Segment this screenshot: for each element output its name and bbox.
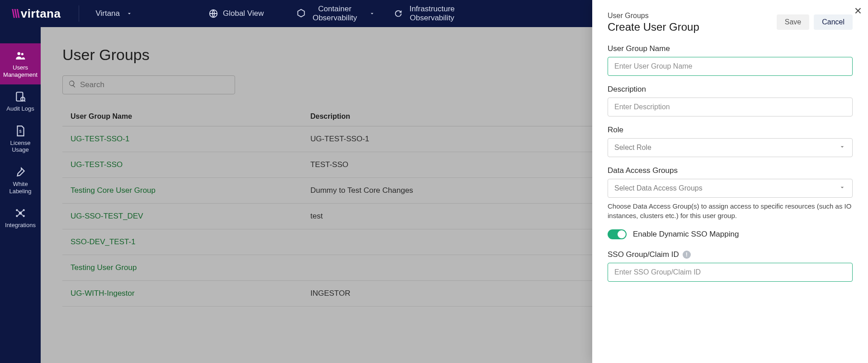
refresh-icon[interactable] bbox=[393, 9, 403, 19]
dag-select-placeholder: Select Data Access Groups bbox=[614, 184, 703, 192]
label-data-access-groups: Data Access Groups bbox=[608, 166, 853, 175]
label-user-group-name: User Group Name bbox=[608, 44, 853, 53]
svg-point-9 bbox=[16, 215, 18, 217]
data-access-groups-select[interactable]: Select Data Access Groups bbox=[608, 179, 853, 198]
logo-mark-icon: \\\ bbox=[12, 7, 19, 21]
label-role: Role bbox=[608, 126, 853, 135]
sso-mapping-toggle[interactable] bbox=[608, 229, 627, 239]
svg-point-2 bbox=[21, 53, 24, 55]
sidebar-item-white-labeling[interactable]: White Labeling bbox=[0, 160, 41, 201]
sidebar-item-integrations[interactable]: Integrations bbox=[0, 201, 41, 235]
nav-container-line2: Observability bbox=[312, 14, 357, 23]
nav-divider bbox=[79, 5, 79, 22]
info-icon[interactable]: ! bbox=[683, 251, 691, 259]
svg-point-7 bbox=[16, 209, 18, 211]
sidebar-item-label: Audit Logs bbox=[6, 105, 34, 112]
sso-claim-input[interactable] bbox=[608, 263, 853, 282]
audit-log-icon bbox=[14, 91, 26, 102]
nav-container-line1: Container bbox=[318, 5, 352, 14]
sso-mapping-toggle-label: Enable Dynamic SSO Mapping bbox=[633, 230, 739, 239]
sidebar-item-audit-logs[interactable]: Audit Logs bbox=[0, 84, 41, 119]
sidebar-item-label: Integrations bbox=[5, 222, 36, 229]
globe-icon bbox=[208, 9, 218, 19]
sidebar-item-label: White Labeling bbox=[2, 181, 39, 195]
svg-point-8 bbox=[23, 209, 24, 211]
org-name: Virtana bbox=[95, 9, 120, 18]
role-select[interactable]: Select Role bbox=[608, 138, 853, 157]
cancel-button[interactable]: Cancel bbox=[814, 14, 853, 30]
label-description: Description bbox=[608, 85, 853, 94]
org-switcher[interactable]: Virtana bbox=[85, 9, 144, 19]
chevron-down-icon bbox=[367, 9, 377, 19]
sidebar-item-label: Users Management bbox=[2, 64, 39, 78]
dag-helper-text: Choose Data Access Group(s) to assign ac… bbox=[608, 201, 853, 220]
integrations-icon bbox=[14, 207, 26, 219]
svg-point-1 bbox=[18, 52, 21, 55]
chevron-down-icon bbox=[124, 9, 134, 19]
svg-rect-3 bbox=[16, 92, 23, 101]
hex-icon bbox=[296, 9, 306, 19]
user-group-name-input[interactable] bbox=[608, 57, 853, 76]
nav-infrastructure-observability[interactable]: Infrastructure Observability bbox=[403, 5, 465, 22]
close-icon[interactable]: × bbox=[854, 5, 862, 17]
sidebar-item-label: License Usage bbox=[2, 140, 39, 154]
caret-down-icon bbox=[839, 143, 846, 152]
sidebar-item-users-management[interactable]: Users Management bbox=[0, 43, 41, 84]
nav-infra-line1: Infrastructure bbox=[410, 5, 455, 14]
nav-infra-line2: Observability bbox=[410, 14, 454, 23]
users-icon bbox=[14, 50, 26, 61]
brush-icon bbox=[14, 166, 26, 178]
role-select-placeholder: Select Role bbox=[614, 144, 651, 152]
brand-logo[interactable]: \\\ virtana bbox=[0, 7, 72, 21]
create-user-group-panel: × User Groups Create User Group Save Can… bbox=[592, 0, 868, 363]
label-sso-claim: SSO Group/Claim ID bbox=[608, 250, 679, 259]
svg-text:$: $ bbox=[19, 129, 22, 134]
caret-down-icon bbox=[839, 184, 846, 193]
nav-container-observability[interactable]: Container Observability bbox=[306, 5, 367, 22]
nav-global-view-label: Global View bbox=[223, 9, 264, 18]
save-button[interactable]: Save bbox=[777, 14, 809, 30]
svg-point-10 bbox=[23, 215, 24, 217]
sidebar: Users Management Audit Logs $ License Us… bbox=[0, 27, 41, 363]
license-icon: $ bbox=[14, 125, 26, 137]
brand-name: virtana bbox=[21, 7, 61, 21]
nav-global-view[interactable]: Global View bbox=[198, 9, 274, 19]
sidebar-item-license-usage[interactable]: $ License Usage bbox=[0, 119, 41, 160]
description-input[interactable] bbox=[608, 98, 853, 116]
